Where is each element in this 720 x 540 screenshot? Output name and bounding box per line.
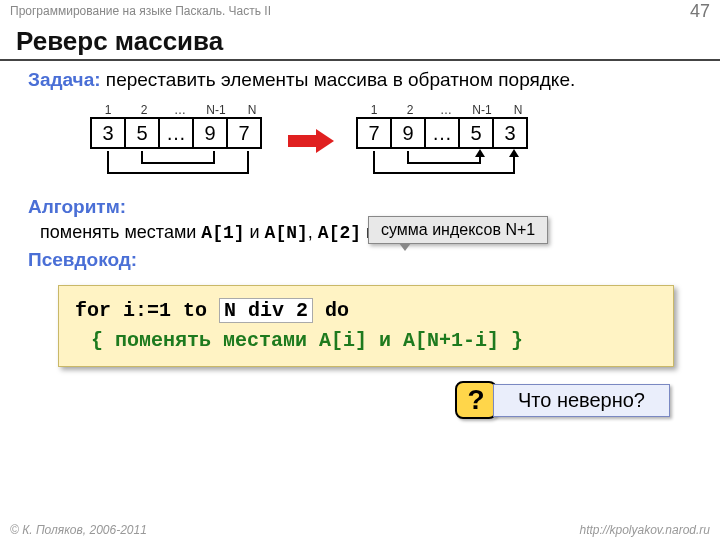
t: A[2]	[318, 223, 361, 243]
code-line-2: { поменять местами A[i] и A[N+1-i] }	[91, 326, 657, 356]
swap-arcs-left	[90, 151, 266, 183]
footer-url: http://kpolyakov.narod.ru	[579, 523, 710, 537]
question-icon: ?	[455, 381, 497, 419]
breadcrumb: Программирование на языке Паскаль. Часть…	[10, 4, 271, 18]
page-number: 47	[690, 1, 710, 22]
idx: …	[162, 103, 198, 117]
cell: 5	[458, 117, 494, 149]
array-left: 3 5 … 9 7	[90, 117, 262, 149]
idx: 2	[126, 103, 162, 117]
idx: N-1	[198, 103, 234, 117]
copyright: © К. Поляков, 2006-2011	[10, 523, 147, 537]
idx: N	[234, 103, 270, 117]
cell: 9	[390, 117, 426, 149]
idx: 2	[392, 103, 428, 117]
code-block: for i:=1 to N div 2 do { поменять местам…	[58, 285, 674, 367]
cell: 5	[124, 117, 160, 149]
task: Задача: переставить элементы массива в о…	[28, 69, 700, 91]
cell: 3	[492, 117, 528, 149]
t: поменять местами	[40, 222, 201, 242]
task-text: переставить элементы массива в обратном …	[101, 69, 576, 90]
t: do	[313, 299, 349, 322]
indices-left: 1 2 … N-1 N	[90, 101, 270, 117]
idx: N-1	[464, 103, 500, 117]
t: и	[245, 222, 265, 242]
cell: …	[424, 117, 460, 149]
question-row: ? Что неверно?	[28, 381, 670, 419]
header: Программирование на языке Паскаль. Часть…	[0, 0, 720, 22]
array-right: 7 9 … 5 3	[356, 117, 528, 149]
algo-label: Алгоритм:	[28, 196, 700, 218]
t: ,	[308, 222, 318, 242]
idx: …	[428, 103, 464, 117]
cell: 7	[226, 117, 262, 149]
up-arrow-icon	[509, 149, 519, 157]
code-highlight: N div 2	[219, 298, 313, 323]
t: A[1]	[201, 223, 244, 243]
page-title: Реверс массива	[0, 22, 720, 61]
idx: N	[500, 103, 536, 117]
footer: © К. Поляков, 2006-2011 http://kpolyakov…	[0, 523, 720, 537]
idx: 1	[356, 103, 392, 117]
indices-right: 1 2 … N-1 N	[356, 101, 536, 117]
cell: 3	[90, 117, 126, 149]
t: A[N]	[265, 223, 308, 243]
callout: сумма индексов N+1	[368, 216, 548, 244]
swap-arcs-right	[356, 151, 532, 183]
up-arrow-icon	[475, 149, 485, 157]
question-text: Что неверно?	[493, 384, 670, 417]
algo-text: поменять местами A[1] и A[N], A[2] и A[N…	[40, 222, 700, 243]
cell: …	[158, 117, 194, 149]
arrow-right-icon	[288, 129, 338, 153]
code-line-1: for i:=1 to N div 2 do	[75, 296, 657, 326]
content: Задача: переставить элементы массива в о…	[0, 61, 720, 419]
pseudo-label: Псевдокод:	[28, 249, 700, 271]
t: for i:=1 to	[75, 299, 219, 322]
task-label: Задача:	[28, 69, 101, 90]
idx: 1	[90, 103, 126, 117]
cell: 9	[192, 117, 228, 149]
cell: 7	[356, 117, 392, 149]
